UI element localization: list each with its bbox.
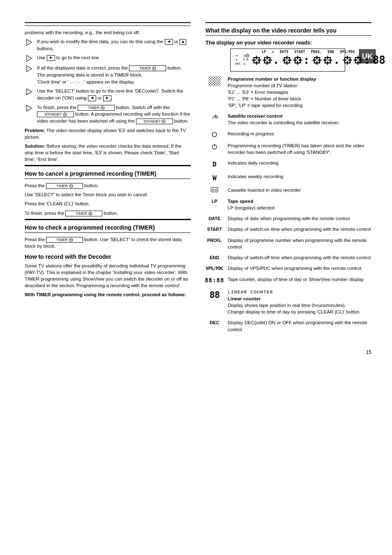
cancel-step-1: Press the TIMER ⏻ button. <box>25 182 191 189</box>
solution-label: Solution: <box>25 144 45 149</box>
cancel-step-4: To finish, press the TIMER ⏻ button. <box>25 210 191 216</box>
step-text-c: buttons. <box>37 46 54 51</box>
line: Tape counter, display of time of day or … <box>228 277 364 282</box>
cancel-step-2: Use 'SELECT' to select the Timer block y… <box>25 191 191 198</box>
line: Programming a recording (TIMER) has take… <box>228 143 364 155</box>
step-body: If all the displayed data is correct, pr… <box>37 65 191 85</box>
seg-icon: ⯐⯐. <box>251 54 279 66</box>
line: Display of switch-off time when programm… <box>228 255 371 260</box>
decoder-text: Some TV stations offer the possibility o… <box>25 262 191 289</box>
step-finish: To finish, press the TIMER ⏻ button. Swi… <box>25 104 191 125</box>
keycap-timer: TIMER ⏻ <box>46 183 83 189</box>
rule-thin <box>25 232 191 233</box>
text: button. Switch off with the <box>116 105 170 110</box>
vps-icon: VPS/PDC <box>205 265 224 272</box>
left-column: problems with the recording, e.g., the e… <box>25 22 191 337</box>
right-column: What the display on the video recorder t… <box>205 22 371 337</box>
keycap-left <box>165 39 173 45</box>
text: button. <box>174 118 189 123</box>
play-icon <box>25 54 34 62</box>
step-text-b: or <box>174 39 180 44</box>
legend-cassette: Cassette inserted in video recorder <box>205 187 371 193</box>
line: Programme number of TV station <box>228 82 371 89</box>
line: Display DEC(oder) ON or OFF when program… <box>228 320 367 332</box>
record-icon <box>205 130 224 138</box>
svg-marker-0 <box>27 39 32 45</box>
date-icon: DATE <box>205 215 224 222</box>
solution-text: Before storing, the video recorder check… <box>25 144 182 162</box>
text: If all the displayed data is correct, pr… <box>37 65 129 70</box>
display-main-row: ⊸✕DEC ◯⏻D W▭ ⯐⯐. ⯐⯐: ⯐⯐. ⯐⯐: 88 <box>233 54 342 66</box>
problem-text: The video recorder display shows 'E3' an… <box>25 128 186 139</box>
legend-seg-time: 88:88 Tape counter, display of time of d… <box>205 276 371 285</box>
line: Change display to time of day by pressin… <box>228 309 360 314</box>
title2: Linear counter <box>228 296 261 301</box>
section-display-heading: What the display on the video recorder t… <box>205 27 371 34</box>
keycap-standby: STANDBY ⏻ <box>37 111 74 117</box>
rule-heavy <box>25 165 191 166</box>
step-decoder: Use the 'SELECT' button to go to the nex… <box>25 88 191 101</box>
svg-marker-11 <box>106 97 108 99</box>
lbl: PROG. <box>311 50 322 54</box>
svg-point-4 <box>28 58 28 59</box>
svg-marker-6 <box>27 66 32 72</box>
title-mono: LINEAR COUNTER <box>228 289 273 295</box>
line: Recording in progress <box>228 131 274 136</box>
lbl: DATE <box>280 50 288 54</box>
page-columns: problems with the recording, e.g., the e… <box>25 22 371 337</box>
legend-satellite: Satellite receiver control The video rec… <box>205 113 371 126</box>
section-cancel-heading: How to cancel a programmed recording (TI… <box>25 170 191 177</box>
line: 'SP', 'LP' = tape speed for recording <box>228 102 371 109</box>
legend-vps: VPS/PDC Display of VPS/PDC when programm… <box>205 265 371 272</box>
line: Display of date when programming with th… <box>228 216 350 221</box>
legend-dec: DEC Display DEC(oder) ON or OFF when pro… <box>205 319 371 332</box>
legend-timer: Programming a recording (TIMER) has take… <box>205 142 371 156</box>
lbl: VPS/PDC <box>340 50 355 54</box>
line: LP (longplay) selected <box>228 205 274 210</box>
play-icon <box>25 88 34 95</box>
rule <box>205 22 371 23</box>
play-icon <box>25 38 34 46</box>
keycap-standby: STANDBY ⏻ <box>136 118 173 124</box>
dec-icon: DEC <box>205 319 224 326</box>
svg-marker-10 <box>91 97 93 99</box>
lbl: END <box>327 50 334 54</box>
line: The video recorder is controlling the sa… <box>228 120 339 125</box>
legend-linear-counter: 88 LINEAR COUNTER Linear counter Display… <box>205 288 371 315</box>
display-subheading: The display on your video recorder reads… <box>205 39 371 47</box>
svg-marker-5 <box>50 56 52 59</box>
line: 'E1' ... 'E3' = Error messages <box>228 89 371 95</box>
legend-date: DATE Display of date when programming wi… <box>205 215 371 222</box>
line: Indicates daily recording <box>228 160 279 165</box>
svg-point-13 <box>28 108 28 108</box>
rule-thin <box>25 179 191 179</box>
svg-marker-3 <box>27 56 32 61</box>
line: 'P1' ... 'P6' = Number of timer block <box>228 95 371 102</box>
legend-prog: PROG. Display of programme number when p… <box>205 237 371 250</box>
play-icon <box>25 65 34 72</box>
step-body: Use to go to the next line. <box>37 54 191 61</box>
end-icon: END <box>205 254 224 261</box>
keycap-right <box>47 55 55 61</box>
page-number: 15 <box>25 349 371 355</box>
step-body: To finish, press the TIMER ⏻ button. Swi… <box>37 104 191 125</box>
rule-thin <box>25 26 191 26</box>
svg-marker-12 <box>27 105 32 111</box>
title: Programme number or function display <box>228 77 316 81</box>
line: Display shows tape position in real time… <box>228 303 346 308</box>
line: Cassette inserted in video recorder <box>228 188 301 193</box>
lp-icon: LP <box>205 198 224 204</box>
keycap-timer: TIMER ⏻ <box>46 237 83 243</box>
text: To finish, press the <box>37 105 78 110</box>
cancel-step-3: Press the 'CLEAR (CL)' button. <box>25 200 191 207</box>
step-body: If you wish to modify the time data, you… <box>37 38 191 52</box>
letter-w-icon: W <box>205 173 224 183</box>
satellite-icon <box>205 113 224 121</box>
play-icon <box>25 104 34 112</box>
dot-grid-icon <box>205 76 224 86</box>
legend-daily: D Indicates daily recording <box>205 160 371 169</box>
start-icon: START <box>205 226 224 232</box>
svg-point-1 <box>28 42 28 42</box>
svg-marker-2 <box>168 40 170 43</box>
intro-continued: problems with the recording, e.g., the e… <box>25 29 191 36</box>
